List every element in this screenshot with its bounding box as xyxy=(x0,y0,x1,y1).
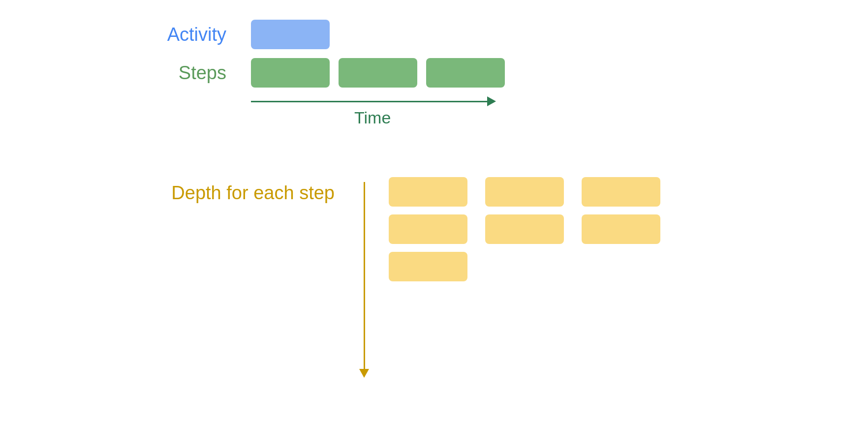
yellow-block-1-3 xyxy=(582,177,660,207)
yellow-block-2-3 xyxy=(582,214,660,244)
activity-row: Activity xyxy=(148,20,514,49)
depth-arrow xyxy=(359,182,369,378)
depth-row-3 xyxy=(389,252,669,281)
arrow-line xyxy=(251,101,487,102)
activity-block xyxy=(251,20,330,49)
depth-row-1 xyxy=(389,177,669,207)
yellow-block-2-2 xyxy=(485,214,564,244)
depth-grid xyxy=(389,177,669,281)
yellow-block-2-1 xyxy=(389,214,467,244)
diagram-container: Activity Steps Time Depth for each step xyxy=(0,0,868,424)
time-axis: Time xyxy=(251,96,514,127)
steps-block-2 xyxy=(339,58,417,88)
time-label: Time xyxy=(354,108,514,127)
steps-block-1 xyxy=(251,58,330,88)
depth-arrow-head xyxy=(359,369,369,378)
depth-label: Depth for each step xyxy=(148,177,335,205)
depth-arrow-line xyxy=(364,182,365,369)
yellow-block-3-1 xyxy=(389,252,467,281)
steps-label: Steps xyxy=(148,62,226,84)
steps-block-3 xyxy=(426,58,505,88)
bottom-section: Depth for each step xyxy=(148,177,669,378)
time-arrow xyxy=(251,96,514,106)
steps-row: Steps xyxy=(148,58,514,88)
top-section: Activity Steps Time xyxy=(148,20,514,127)
depth-row-2 xyxy=(389,214,669,244)
arrow-head xyxy=(487,96,496,106)
yellow-block-1-1 xyxy=(389,177,467,207)
activity-label: Activity xyxy=(148,24,226,45)
yellow-block-1-2 xyxy=(485,177,564,207)
